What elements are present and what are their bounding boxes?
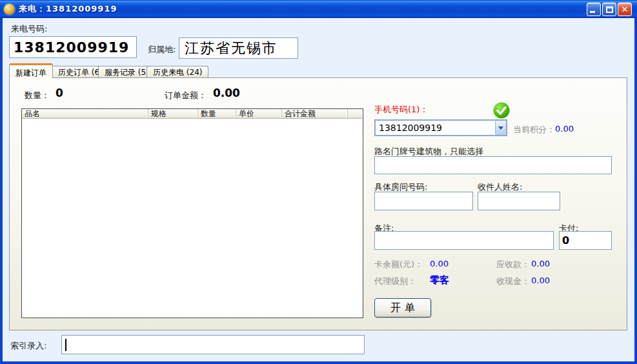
address-input[interactable] — [374, 156, 612, 174]
phone-dropdown-button[interactable] — [495, 121, 506, 135]
room-number-input[interactable] — [374, 192, 473, 210]
close-button[interactable]: ✕ — [618, 3, 632, 16]
agent-level-label: 代理级别： — [374, 276, 416, 287]
caller-location-value: 江苏省无锡市 — [179, 39, 278, 58]
create-order-button[interactable]: 开单 — [374, 298, 431, 318]
phone-number-label: 手机号码(1)： — [374, 104, 428, 116]
cash-received-label: 收现金： — [496, 276, 530, 287]
table-header-price[interactable]: 单价 — [236, 109, 282, 118]
caller-location-label: 归属地: — [148, 44, 176, 56]
quantity-value: 0 — [56, 86, 63, 99]
remark-input[interactable] — [374, 231, 554, 250]
phone-number-select[interactable]: 13812009919 — [374, 119, 507, 136]
current-points-label: 当前积分： — [513, 124, 555, 136]
table-header-quantity[interactable]: 数量 — [198, 109, 236, 118]
phone-number-selected-value: 13812009919 — [376, 123, 495, 133]
card-balance-label: 卡余额(元)： — [374, 259, 423, 270]
caller-number-value: 13812009919 — [10, 39, 129, 56]
order-items-table[interactable]: 品名 规格 数量 单价 合计金额 — [21, 108, 363, 318]
index-entry-input[interactable] — [61, 335, 365, 354]
minimize-icon — [590, 11, 595, 13]
index-entry-label: 索引录入: — [10, 340, 46, 352]
chevron-down-icon — [498, 126, 503, 130]
minimize-button[interactable] — [587, 3, 601, 16]
receivable-value: 0.00 — [531, 259, 550, 268]
window-title: 来电：13812009919 — [19, 3, 117, 15]
caller-location-box: 江苏省无锡市 — [179, 37, 298, 59]
table-header-spec[interactable]: 规格 — [148, 109, 198, 118]
order-amount-value: 0.00 — [213, 86, 240, 99]
order-amount-label: 订单金额： — [165, 90, 207, 101]
maximize-icon — [606, 6, 613, 13]
card-pay-input[interactable] — [559, 231, 612, 250]
agent-level-value: 零客 — [430, 274, 449, 287]
text-caret — [65, 339, 66, 351]
app-icon — [4, 4, 15, 15]
table-header-total[interactable]: 合计金额 — [282, 109, 348, 118]
tab-new-order[interactable]: 新建订单 — [9, 63, 53, 78]
title-bar[interactable]: 来电：13812009919 ✕ — [0, 0, 637, 18]
caller-number-box: 13812009919 — [9, 36, 137, 58]
close-icon: ✕ — [618, 4, 631, 15]
verified-check-icon — [493, 102, 510, 119]
quantity-label: 数量： — [25, 90, 50, 101]
recipient-name-input[interactable] — [478, 192, 560, 210]
current-points-value: 0.00 — [555, 124, 574, 134]
receivable-label: 应收款： — [496, 259, 530, 270]
cash-received-value: 0.00 — [531, 276, 550, 285]
caller-number-label: 来电号码: — [11, 23, 47, 35]
tab-call-history[interactable]: 历史来电 (24) — [147, 66, 208, 78]
application-window: 来电：13812009919 ✕ 来电号码: 13812009919 归属地: … — [0, 0, 637, 364]
table-header-product[interactable]: 品名 — [22, 109, 148, 118]
card-balance-value: 0.00 — [430, 259, 449, 268]
maximize-button[interactable] — [602, 3, 616, 16]
table-header-row: 品名 规格 数量 单价 合计金额 — [22, 109, 363, 119]
table-header-filler — [348, 109, 363, 118]
